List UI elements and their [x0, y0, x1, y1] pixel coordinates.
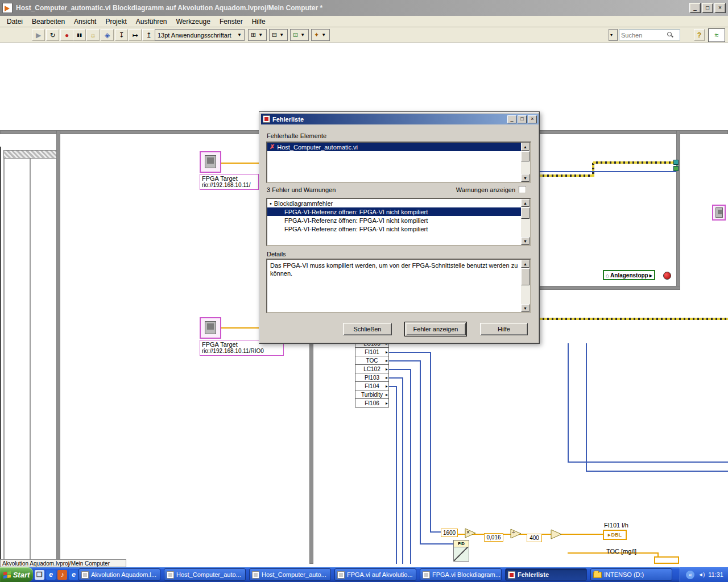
fpga-terminal[interactable] [673, 166, 679, 171]
fpga-interface-wire[interactable] [540, 174, 593, 177]
taskbar-button-fpga-vi-diagram[interactable]: FPGA.vi Blockdiagram... [420, 568, 502, 581]
scroll-down-icon[interactable]: ▼ [521, 174, 530, 182]
font-selector[interactable]: 13pt Anwendungsschriftart ▼ [155, 29, 245, 41]
indicator-label[interactable]: TOC [mg/l] [606, 548, 636, 555]
fpga-interface-wire[interactable] [593, 161, 674, 164]
convert-node[interactable] [551, 529, 562, 539]
minimize-icon[interactable]: _ [689, 3, 701, 13]
distribute-objects-dropdown[interactable]: ⊟ ▼ [269, 29, 288, 41]
vi-icon[interactable]: ≈ [708, 28, 725, 42]
dialog-titlebar[interactable]: Fehlerliste _ □ × [261, 114, 539, 124]
menu-werkzeuge[interactable]: Werkzeuge [171, 16, 214, 27]
numeric-constant[interactable]: 0,016 [484, 533, 503, 542]
pause-icon[interactable]: ▮▮ [73, 29, 86, 41]
fpga-interface-wire[interactable] [540, 318, 728, 320]
local-variable-anlagenstopp[interactable]: ⌂ Anlagenstopp ▸ [603, 270, 655, 280]
list-item[interactable]: • Blockdiagrammfehler [267, 199, 522, 207]
cluster-cell[interactable]: TOC▸ [355, 356, 389, 365]
retain-wire-values-icon[interactable]: ◈ [101, 29, 114, 41]
numeric-constant[interactable]: 1600 [441, 529, 458, 537]
start-button[interactable]: Start [0, 567, 33, 582]
scrollbar-thumb[interactable] [521, 268, 530, 285]
unbundle-by-name-node[interactable]: LC103▸ FI101▸ TOC▸ LC102▸ PI103▸ FI104▸ … [355, 339, 389, 408]
help-button[interactable]: Hilfe [480, 323, 528, 335]
wire[interactable] [568, 462, 728, 463]
menu-ansicht[interactable]: Ansicht [69, 16, 101, 27]
context-help-icon[interactable]: ? [694, 29, 705, 41]
wire[interactable] [221, 163, 259, 164]
show-error-button[interactable]: Fehler anzeigen [406, 323, 466, 335]
media-player-icon[interactable]: ♪ [57, 570, 67, 580]
show-warnings-checkbox[interactable] [519, 186, 526, 193]
divide-node[interactable]: ÷ [510, 529, 522, 539]
list-item[interactable]: FPGA-VI-Referenz öffnen: FPGA-VI nicht k… [267, 225, 522, 233]
maximize-icon[interactable]: □ [702, 3, 713, 13]
step-over-icon[interactable]: ↦ [129, 29, 142, 41]
wire[interactable] [586, 343, 587, 472]
wire[interactable] [586, 471, 728, 472]
fpga-target-node[interactable] [200, 317, 221, 339]
scrollbar-thumb[interactable] [521, 151, 530, 161]
wire[interactable] [396, 386, 397, 564]
stop-led-terminal[interactable] [663, 272, 671, 280]
scroll-down-icon[interactable]: ▼ [521, 237, 530, 245]
scrollbar[interactable]: ▲ ▼ [521, 199, 530, 245]
taskbar-button-project[interactable]: Akvolution Aquadom.l... [78, 568, 160, 581]
clock[interactable]: 11:31 [708, 571, 723, 578]
wire[interactable] [402, 377, 403, 564]
scrollbar[interactable]: ▲ ▼ [521, 260, 530, 312]
close-icon[interactable]: × [714, 3, 726, 13]
error-items-list[interactable]: ✗ Host_Computer_automatic.vi ▲ ▼ [266, 142, 531, 183]
cluster-cell[interactable]: Turbidity▸ [355, 390, 389, 399]
fpga-reference-node[interactable] [712, 205, 726, 221]
taskbar-button-host-vi[interactable]: Host_Computer_auto... [164, 568, 246, 581]
run-icon[interactable]: ▶ [32, 29, 45, 41]
search-input[interactable] [619, 31, 667, 39]
highlight-execution-icon[interactable]: ☼ [86, 29, 100, 41]
wire[interactable] [221, 327, 259, 329]
taskbar-button-fpga-vi[interactable]: FPGA.vi auf Akvolutio... [334, 568, 416, 581]
menu-hilfe[interactable]: Hilfe [247, 16, 270, 27]
abort-icon[interactable]: ● [60, 29, 73, 41]
menu-ausfuehren[interactable]: Ausführen [131, 16, 172, 27]
cluster-cell[interactable]: FI101▸ [355, 348, 389, 356]
close-icon[interactable]: × [528, 115, 537, 123]
step-into-icon[interactable]: ↧ [115, 29, 128, 41]
cluster-cell[interactable]: FI104▸ [355, 382, 389, 390]
taskbar-button-intenso[interactable]: INTENSO (D:) [590, 568, 672, 581]
scrollbar[interactable]: ▲ ▼ [521, 143, 530, 182]
run-continuous-icon[interactable]: ↻ [46, 29, 59, 41]
wire[interactable] [388, 352, 431, 353]
tray-chevron-icon[interactable]: « [686, 571, 694, 579]
maximize-icon[interactable]: □ [518, 115, 527, 123]
taskbar-button-host-vi-diagram[interactable]: Host_Computer_auto... [249, 568, 331, 581]
errors-list[interactable]: • Blockdiagrammfehler FPGA-VI-Referenz ö… [266, 198, 531, 246]
internet-explorer-icon[interactable]: e [46, 570, 56, 580]
list-item[interactable]: FPGA-VI-Referenz öffnen: FPGA-VI nicht k… [267, 207, 522, 216]
loop-border-left[interactable] [56, 130, 60, 564]
pid-node[interactable]: PID [453, 540, 469, 562]
list-item[interactable]: FPGA-VI-Referenz öffnen: FPGA-VI nicht k… [267, 216, 522, 225]
dbl-indicator-terminal[interactable]: ▸ DBL [603, 530, 627, 540]
scroll-up-icon[interactable]: ▲ [521, 260, 530, 268]
minimize-icon[interactable]: _ [507, 115, 516, 123]
loop-border-right[interactable] [676, 130, 680, 290]
step-out-icon[interactable]: ↥ [142, 29, 155, 41]
search-icon[interactable] [667, 32, 673, 38]
fpga-terminal[interactable] [673, 160, 679, 165]
wire[interactable] [388, 377, 403, 379]
indicator-label[interactable]: FI101 l/h [604, 522, 628, 529]
scroll-up-icon[interactable]: ▲ [521, 199, 530, 207]
scrollbar-thumb[interactable] [521, 207, 530, 219]
fpga-interface-wire[interactable] [592, 163, 594, 177]
resize-objects-dropdown[interactable]: ⊡ ▼ [290, 29, 309, 41]
cluster-cell[interactable]: PI103▸ [355, 373, 389, 382]
dbl-indicator-terminal[interactable] [654, 556, 679, 564]
volume-icon[interactable]: ◄) [698, 572, 705, 577]
search-scope-dropdown[interactable]: ▾ [609, 29, 618, 41]
scroll-up-icon[interactable]: ▲ [521, 143, 530, 151]
wire[interactable] [388, 360, 421, 361]
details-box[interactable]: Das FPGA-VI muss kompiliert werden, um v… [266, 259, 531, 313]
wire[interactable] [388, 369, 411, 370]
menu-projekt[interactable]: Projekt [101, 16, 131, 27]
